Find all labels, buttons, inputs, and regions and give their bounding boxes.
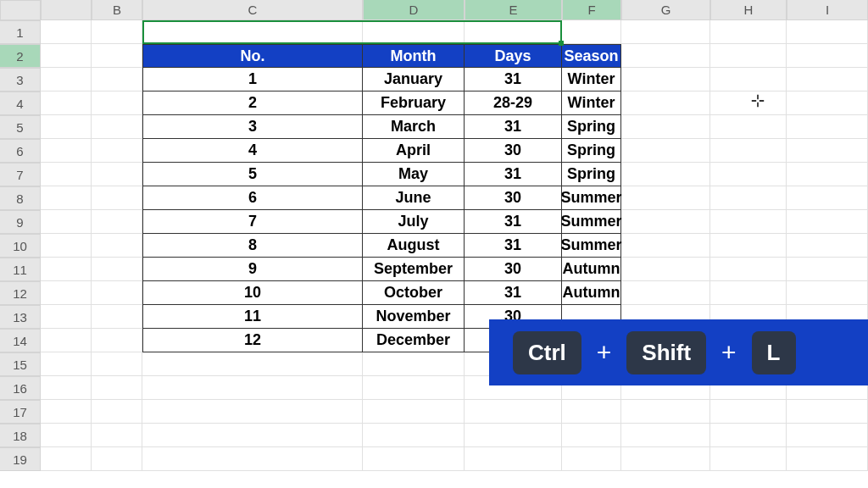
cell-G10[interactable] (621, 234, 710, 258)
cell-H12[interactable] (710, 281, 787, 305)
cell-I5[interactable] (787, 115, 868, 139)
cell-B14[interactable] (92, 329, 142, 352)
cell-G11[interactable] (621, 258, 710, 281)
row-header-11[interactable]: 11 (0, 258, 41, 281)
table-cell-no[interactable]: 6 (142, 186, 363, 210)
cell-F17[interactable] (562, 400, 621, 424)
cell-C18[interactable] (142, 424, 363, 447)
cell-H18[interactable] (710, 424, 787, 447)
column-header-E[interactable]: E (465, 0, 562, 20)
table-cell-no[interactable]: 9 (142, 258, 363, 281)
cell[interactable] (41, 163, 92, 186)
cell-H2[interactable] (710, 44, 787, 68)
cell[interactable] (41, 186, 92, 210)
cell[interactable] (41, 68, 92, 92)
cell-B3[interactable] (92, 68, 142, 92)
table-cell-month[interactable]: May (363, 163, 465, 186)
cell-C1[interactable] (142, 20, 363, 44)
fill-handle[interactable] (559, 41, 564, 46)
row-header-10[interactable]: 10 (0, 234, 41, 258)
cell[interactable] (41, 44, 92, 68)
table-cell-month[interactable]: August (363, 234, 465, 258)
row-header-4[interactable]: 4 (0, 92, 41, 115)
table-cell-days[interactable]: 30 (465, 186, 562, 210)
table-cell-month[interactable]: February (363, 92, 465, 115)
cell-C15[interactable] (142, 352, 363, 376)
cell[interactable] (41, 376, 92, 400)
table-cell-no[interactable]: 7 (142, 210, 363, 234)
cell-G1[interactable] (621, 20, 710, 44)
table-cell-month[interactable]: June (363, 186, 465, 210)
table-cell-no[interactable]: 2 (142, 92, 363, 115)
cell-B18[interactable] (92, 424, 142, 447)
row-header-1[interactable]: 1 (0, 20, 41, 44)
cell-G3[interactable] (621, 68, 710, 92)
table-cell-days[interactable]: 31 (465, 281, 562, 305)
row-header-18[interactable]: 18 (0, 424, 41, 447)
column-header-I[interactable]: I (787, 0, 868, 20)
cell[interactable] (41, 139, 92, 163)
cell-I4[interactable] (787, 92, 868, 115)
column-header-H[interactable]: H (710, 0, 787, 20)
cell-H5[interactable] (710, 115, 787, 139)
column-header-C[interactable]: C (142, 0, 363, 20)
cell[interactable] (41, 281, 92, 305)
cell-F18[interactable] (562, 424, 621, 447)
cell[interactable] (41, 424, 92, 447)
cell-H6[interactable] (710, 139, 787, 163)
cell-G5[interactable] (621, 115, 710, 139)
cell[interactable] (41, 447, 92, 471)
cell-H19[interactable] (710, 447, 787, 471)
table-header-no[interactable]: No. (142, 44, 363, 68)
cell-D17[interactable] (363, 400, 465, 424)
table-cell-month[interactable]: October (363, 281, 465, 305)
cell-I18[interactable] (787, 424, 868, 447)
cell-B15[interactable] (92, 352, 142, 376)
row-header-5[interactable]: 5 (0, 115, 41, 139)
cell-H17[interactable] (710, 400, 787, 424)
cell-G2[interactable] (621, 44, 710, 68)
cell-I10[interactable] (787, 234, 868, 258)
table-header-days[interactable]: Days (465, 44, 562, 68)
cell-C16[interactable] (142, 376, 363, 400)
cell-I12[interactable] (787, 281, 868, 305)
cell-E19[interactable] (465, 447, 562, 471)
table-cell-month[interactable]: March (363, 115, 465, 139)
column-header-B[interactable]: B (92, 0, 142, 20)
table-cell-no[interactable]: 5 (142, 163, 363, 186)
cell-H3[interactable] (710, 68, 787, 92)
cell-F1[interactable] (562, 20, 621, 44)
cell-E1[interactable] (465, 20, 562, 44)
table-header-month[interactable]: Month (363, 44, 465, 68)
cell-B7[interactable] (92, 163, 142, 186)
cell-D16[interactable] (363, 376, 465, 400)
table-cell-month[interactable]: December (363, 329, 465, 352)
cell-I3[interactable] (787, 68, 868, 92)
table-cell-season[interactable]: Winter (562, 92, 621, 115)
cell-I2[interactable] (787, 44, 868, 68)
cell-I7[interactable] (787, 163, 868, 186)
cell-G17[interactable] (621, 400, 710, 424)
table-cell-month[interactable]: January (363, 68, 465, 92)
row-header-2[interactable]: 2 (0, 44, 41, 68)
row-header-14[interactable]: 14 (0, 329, 41, 352)
cell-B12[interactable] (92, 281, 142, 305)
cell-D18[interactable] (363, 424, 465, 447)
cell-H4[interactable] (710, 92, 787, 115)
cell-B13[interactable] (92, 305, 142, 329)
row-header-17[interactable]: 17 (0, 400, 41, 424)
cell-D1[interactable] (363, 20, 465, 44)
cell-B11[interactable] (92, 258, 142, 281)
table-cell-season[interactable]: Summer (562, 234, 621, 258)
table-cell-days[interactable]: 30 (465, 139, 562, 163)
cell-I6[interactable] (787, 139, 868, 163)
cell[interactable] (41, 258, 92, 281)
table-cell-season[interactable]: Summer (562, 186, 621, 210)
table-cell-month[interactable]: September (363, 258, 465, 281)
cell-I19[interactable] (787, 447, 868, 471)
cell[interactable] (41, 352, 92, 376)
cell-H7[interactable] (710, 163, 787, 186)
cell[interactable] (41, 329, 92, 352)
cell-I8[interactable] (787, 186, 868, 210)
table-cell-season[interactable]: Summer (562, 210, 621, 234)
